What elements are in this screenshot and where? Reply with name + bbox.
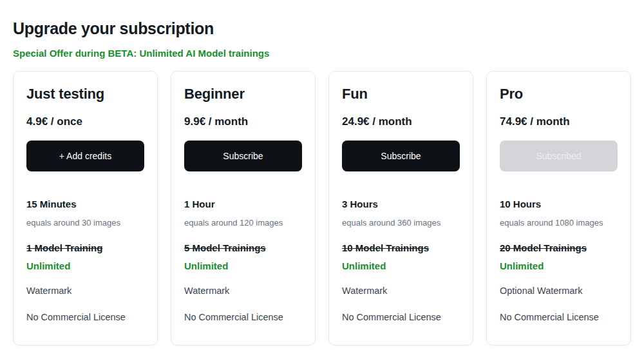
plan-images-note: equals around 1080 images [500, 218, 618, 228]
plan-features: 3 Hours equals around 360 images 10 Mode… [342, 199, 460, 323]
plan-license: No Commercial License [26, 312, 144, 323]
plan-price: 74.9€ / month [500, 115, 618, 128]
plan-name: Pro [500, 86, 618, 102]
upgrade-subscription-page: Upgrade your subscription Special Offer … [0, 0, 644, 350]
plan-card-pro: Pro 74.9€ / month Subscribed 10 Hours eq… [486, 71, 631, 345]
plan-trainings-old: 20 Model Trainings [500, 242, 618, 254]
add-credits-button[interactable]: + Add credits [26, 141, 144, 171]
plan-hours: 3 Hours [342, 199, 460, 210]
plan-images-note: equals around 360 images [342, 218, 460, 228]
plan-trainings-unlimited: Unlimited [26, 260, 144, 272]
plan-card-beginner: Beginner 9.9€ / month Subscribe 1 Hour e… [171, 71, 316, 345]
plan-trainings-old: 10 Model Trainings [342, 242, 460, 254]
plan-hours: 10 Hours [500, 199, 618, 210]
plan-features: 1 Hour equals around 120 images 5 Model … [184, 199, 302, 323]
subscribe-button[interactable]: Subscribe [342, 141, 460, 171]
plan-features: 10 Hours equals around 1080 images 20 Mo… [500, 199, 618, 323]
plan-card-just-testing: Just testing 4.9€ / once + Add credits 1… [13, 71, 158, 345]
plan-trainings-old: 5 Model Trainings [184, 242, 302, 254]
plan-watermark: Watermark [184, 286, 302, 297]
subscribe-button[interactable]: Subscribe [184, 141, 302, 171]
plan-trainings-old: 1 Model Training [26, 242, 144, 254]
special-offer-banner: Special Offer during BETA: Unlimited AI … [13, 48, 631, 59]
plan-watermark: Optional Watermark [500, 286, 618, 297]
plan-name: Fun [342, 86, 460, 102]
plan-price: 9.9€ / month [184, 115, 302, 128]
plan-price: 24.9€ / month [342, 115, 460, 128]
plan-watermark: Watermark [342, 286, 460, 297]
plan-hours: 1 Hour [184, 199, 302, 210]
plan-license: No Commercial License [342, 312, 460, 323]
plan-trainings-unlimited: Unlimited [342, 260, 460, 272]
plan-price: 4.9€ / once [26, 115, 144, 128]
subscribed-button[interactable]: Subscribed [500, 141, 618, 171]
page-title: Upgrade your subscription [13, 19, 631, 38]
plan-license: No Commercial License [184, 312, 302, 323]
plan-grid: Just testing 4.9€ / once + Add credits 1… [13, 71, 631, 345]
plan-images-note: equals around 30 images [26, 218, 144, 228]
plan-name: Beginner [184, 86, 302, 102]
plan-watermark: Watermark [26, 286, 144, 297]
plan-trainings-unlimited: Unlimited [500, 260, 618, 272]
plan-images-note: equals around 120 images [184, 218, 302, 228]
plan-features: 15 Minutes equals around 30 images 1 Mod… [26, 199, 144, 323]
plan-hours: 15 Minutes [26, 199, 144, 210]
plan-card-fun: Fun 24.9€ / month Subscribe 3 Hours equa… [328, 71, 473, 345]
plan-trainings-unlimited: Unlimited [184, 260, 302, 272]
plan-name: Just testing [26, 86, 144, 102]
plan-license: No Commercial License [500, 312, 618, 323]
